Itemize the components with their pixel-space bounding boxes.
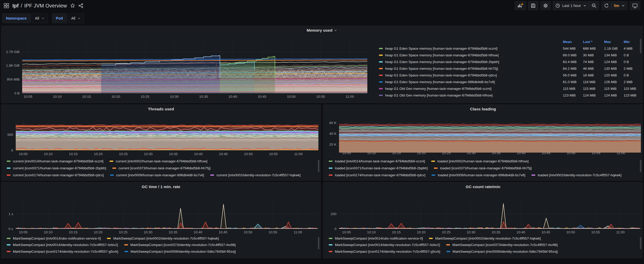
svg-text:2.79 GiB: 2.79 GiB (6, 50, 20, 54)
time-range-label: Last 1 hour (562, 4, 581, 8)
legend-item[interactable]: current [intv0014/human-task-manager-679… (7, 159, 103, 163)
legend-table-row[interactable]: heap G1 Eden Space memory [human-task-ma… (379, 65, 640, 72)
legend-item[interactable]: current [icon0371/human-task-manager-679… (7, 166, 106, 170)
legend-item[interactable]: MarkSweepCompact [icon0373/identity-reso… (446, 243, 558, 247)
refresh-button[interactable] (601, 1, 612, 10)
breadcrumb-section[interactable]: Ipf (12, 3, 19, 9)
grafana-dashboard: Ipf / IPF JVM Overview (0, 0, 644, 264)
svg-text:10:20: 10:20 (94, 230, 103, 234)
class-loading-legend-scrollbar[interactable] (640, 160, 641, 172)
legend-table-row[interactable]: heap G1 Eden Space memory [human-task-ma… (379, 58, 640, 65)
legend-item[interactable]: loaded [icon0174/human-task-manager-6794… (329, 173, 425, 177)
series-color-chip (7, 174, 11, 176)
variable-pod: Pod All (52, 13, 84, 23)
time-range-picker[interactable]: Last 1 hour (553, 1, 589, 10)
refresh-interval-label: 5m (614, 4, 619, 8)
legend-item[interactable]: MarkSweepCompact [intv0009/identity-reso… (124, 250, 236, 253)
series-color-chip (107, 238, 111, 239)
gc-time-chart[interactable]: 1 s0 s10:0510:1010:1510:2010:2510:3010:3… (2, 182, 321, 259)
series-color-chip (379, 68, 383, 69)
add-panel-button[interactable] (515, 1, 526, 10)
breadcrumb: Ipf / IPF JVM Overview (12, 3, 67, 9)
legend-item[interactable]: loaded [icon0373/human-task-manager-6794… (434, 166, 532, 170)
series-color-chip (7, 244, 11, 245)
legend-sort-column[interactable]: Min (624, 40, 640, 44)
legend-table-row[interactable]: heap G1 Eden Space memory [human-task-ma… (379, 78, 640, 85)
star-icon[interactable] (70, 3, 75, 8)
svg-text:10:40: 10:40 (194, 152, 203, 156)
series-color-chip (329, 161, 333, 162)
monitor-icon (632, 3, 638, 8)
legend-item[interactable]: MarkSweepCompact [intv0014/identity-reso… (329, 243, 440, 247)
legend-item[interactable]: MarkSweepCompact [intv0002/identity-reso… (429, 236, 541, 240)
svg-text:10:15: 10:15 (82, 95, 91, 99)
svg-text:10:35: 10:35 (492, 230, 500, 234)
clock-icon (555, 3, 560, 8)
legend-item[interactable]: loaded [intv0014/human-task-manager-6794… (329, 159, 425, 163)
svg-text:10:40: 10:40 (194, 230, 202, 234)
panel-title-class-loading[interactable]: Class loading (324, 107, 642, 111)
gc-time-legend-scrollbar[interactable] (318, 237, 319, 249)
legend-item[interactable]: current [icon0373/human-task-manager-679… (112, 166, 210, 170)
legend-item[interactable]: MarkSweepCompact [icon0373/identity-reso… (124, 243, 236, 247)
dashboard-variables: Namespace All Pod All (2, 13, 84, 23)
svg-text:10:45: 10:45 (258, 95, 266, 99)
variable-pod-dropdown[interactable]: All (68, 13, 84, 23)
series-color-chip (329, 238, 333, 239)
chevron-down-icon (78, 17, 81, 20)
series-color-chip (431, 161, 435, 162)
panel-title-gc-time[interactable]: GC time / 1 min. rate (2, 184, 320, 189)
legend-sort-column[interactable]: Mean (563, 40, 583, 44)
threads-legend-scrollbar[interactable] (318, 160, 319, 172)
legend-table-row[interactable]: heap G1 Eden Space memory [human-task-ma… (379, 72, 640, 78)
refresh-interval-dropdown[interactable]: 5m (612, 1, 628, 10)
legend-sort-column[interactable]: Last * (583, 40, 604, 44)
legend-table-row[interactable]: heap G1 Eden Space memory [human-task-ma… (379, 45, 640, 52)
breadcrumb-dashboard-title[interactable]: IPF JVM Overview (24, 3, 67, 9)
legend-item[interactable]: loaded [intv0002/human-task-manager-6794… (431, 159, 529, 163)
legend-table-row[interactable]: heap G1 Old Gen memory [human-task-manag… (379, 85, 640, 92)
panel-title-memory-used[interactable]: Memory used (2, 28, 642, 33)
panel-gc-count-rate: GC count rate/min 200010:0510:1010:1510:… (323, 182, 643, 258)
svg-text:10:50: 10:50 (244, 230, 252, 234)
variable-namespace-dropdown[interactable]: All (32, 13, 48, 23)
legend-item[interactable]: current [intv0009/human-task-manager-896… (110, 173, 204, 177)
legend-sort-column[interactable]: Max (604, 40, 624, 44)
series-color-chip (379, 48, 383, 49)
svg-text:10:10: 10:10 (44, 230, 53, 234)
legend-row: MarkSweepCompact [intv0014/identity-reso… (329, 243, 558, 247)
gc-count-legend-scrollbar[interactable] (640, 237, 641, 249)
legend-item[interactable]: loaded [icon0371/human-task-manager-6794… (329, 166, 428, 170)
legend-item[interactable]: current [icon0174/human-task-manager-679… (7, 173, 104, 177)
zoom-out-button[interactable] (589, 1, 599, 10)
series-color-chip (379, 88, 383, 89)
legend-item[interactable]: MarkSweepCompact [icon0174/identity-reso… (329, 250, 440, 253)
dashboard-grid-icon[interactable] (4, 3, 9, 8)
panel-title-gc-count-rate[interactable]: GC count rate/min (324, 184, 642, 189)
series-color-chip (379, 75, 383, 76)
panel-title-threads-used[interactable]: Threads used (2, 107, 320, 111)
legend-item[interactable]: loaded [intv0009/human-task-manager-896d… (431, 173, 525, 177)
legend-item[interactable]: MarkSweepCompact [intv0014/ubs-notificat… (7, 236, 101, 240)
legend-item[interactable]: MarkSweepCompact [intv0009/identity-reso… (446, 250, 558, 253)
svg-text:10:50: 10:50 (566, 230, 575, 234)
legend-item[interactable]: MarkSweepCompact [intv0002/identity-reso… (107, 236, 219, 240)
gc-count-rate-chart[interactable]: 200010:0510:1010:1510:2010:2510:3010:351… (324, 182, 643, 259)
legend-table-row[interactable]: heap G1 Eden Space memory [human-task-ma… (379, 52, 640, 58)
share-icon[interactable] (78, 3, 83, 8)
legend-row: MarkSweepCompact [icon0174/identity-reso… (329, 250, 558, 253)
memory-legend-scrollbar[interactable] (640, 39, 641, 53)
svg-text:11:00: 11:00 (294, 230, 302, 234)
save-dashboard-icon[interactable] (528, 1, 538, 10)
legend-item[interactable]: current [intv0002/identity-resolution-7c… (210, 173, 301, 177)
legend-item[interactable]: MarkSweepCompact [intv0014/ubs-notificat… (329, 236, 423, 240)
legend-item[interactable]: loaded [intv0002/identity-resolution-7c5… (531, 173, 621, 177)
legend-table-row[interactable]: heap G1 Old Gen memory [human-task-manag… (379, 92, 640, 99)
legend-item[interactable]: current [intv0002/human-task-manager-679… (109, 159, 207, 163)
svg-text:10:45: 10:45 (541, 230, 550, 234)
legend-item[interactable]: MarkSweepCompact [icon0174/identity-reso… (7, 250, 118, 253)
svg-text:10:25: 10:25 (141, 95, 149, 99)
legend-item[interactable]: MarkSweepCompact [intv0014/identity-reso… (7, 243, 118, 247)
dashboard-settings-gear-icon[interactable] (540, 1, 551, 10)
kiosk-mode-button[interactable] (630, 1, 640, 10)
